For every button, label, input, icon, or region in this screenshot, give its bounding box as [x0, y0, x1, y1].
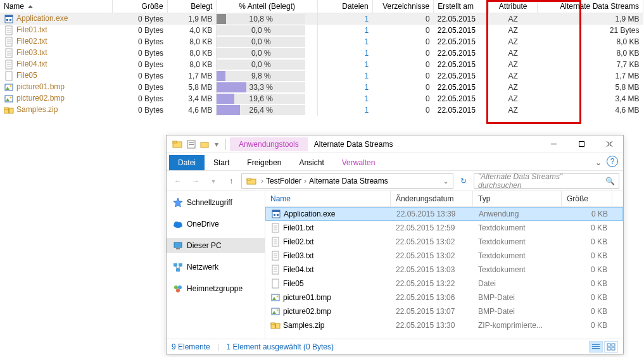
- table-row[interactable]: Application.exe0 Bytes1,9 MB10,8 %1022.0…: [0, 13, 643, 25]
- tab-file[interactable]: Datei: [169, 155, 205, 170]
- breadcrumb[interactable]: › TestFolder › Alternate Data Streams ⌄: [241, 173, 453, 189]
- cell-attr: AZ: [488, 47, 538, 59]
- col-dirs[interactable]: Verzeichnisse: [372, 0, 434, 13]
- cell-pct: 0,0 %: [217, 47, 318, 59]
- svg-rect-76: [272, 279, 279, 288]
- blank-icon: [270, 279, 281, 289]
- cell-attr: AZ: [488, 70, 538, 82]
- cell-pct: 33,3 %: [217, 82, 318, 93]
- cell-pct: 9,8 %: [217, 70, 318, 82]
- exe-icon: [271, 209, 281, 219]
- cell-dirs: 0: [372, 82, 434, 93]
- list-item[interactable]: picture01.bmp22.05.2015 13:06BMP-Datei0 …: [265, 291, 623, 304]
- cell-allocated: 1,7 MB: [167, 70, 217, 82]
- table-row[interactable]: File050 Bytes1,7 MB9,8 %1022.05.2015AZ1,…: [0, 70, 643, 82]
- txt-icon: [270, 237, 281, 247]
- maximize-button[interactable]: [567, 135, 595, 153]
- refresh-icon[interactable]: ↻: [456, 173, 471, 189]
- cell-ads: 7,7 KB: [538, 59, 643, 70]
- help-button[interactable]: ?: [607, 156, 618, 167]
- list-item[interactable]: File02.txt22.05.2015 13:02Textdokument0 …: [265, 235, 623, 249]
- svg-rect-29: [8, 108, 9, 113]
- list-item[interactable]: Samples.zip22.05.2015 13:30ZIP-komprimie…: [265, 318, 623, 332]
- txt-icon: [270, 251, 281, 261]
- table-row[interactable]: File04.txt0 Bytes8,0 KB0,0 %1022.05.2015…: [0, 59, 643, 70]
- table-row[interactable]: File01.txt0 Bytes4,0 KB0,0 %1022.05.2015…: [0, 25, 643, 36]
- bmp-icon: [270, 292, 281, 303]
- table-row[interactable]: File03.txt0 Bytes8,0 KB0,0 %1022.05.2015…: [0, 47, 643, 59]
- table-row[interactable]: File02.txt0 Bytes8,0 KB0,0 %1022.05.2015…: [0, 36, 643, 47]
- list-item[interactable]: File04.txt22.05.2015 13:03Textdokument0 …: [265, 263, 623, 277]
- list-item[interactable]: File03.txt22.05.2015 13:02Textdokument0 …: [265, 249, 623, 263]
- list-item[interactable]: File01.txt22.05.2015 12:59Textdokument0 …: [265, 221, 623, 235]
- svg-rect-91: [607, 348, 610, 350]
- col-name[interactable]: Name: [0, 0, 113, 13]
- qat-dropdown-icon[interactable]: ▾: [215, 140, 218, 149]
- star-icon: [173, 197, 183, 208]
- ribbon-expand-icon[interactable]: ⌄: [595, 158, 602, 167]
- cell-dirs: 0: [372, 59, 434, 70]
- cell-created: 22.05.2015: [434, 59, 489, 70]
- col-name[interactable]: Name: [265, 191, 391, 206]
- col-type[interactable]: Typ: [473, 191, 562, 206]
- table-row[interactable]: picture02.bmp0 Bytes3,4 MB19,6 %1022.05.…: [0, 93, 643, 104]
- file-size: 0 KB: [562, 223, 612, 232]
- view-details-icon[interactable]: [589, 341, 603, 353]
- svg-rect-41: [247, 178, 251, 180]
- tab-start[interactable]: Start: [205, 155, 238, 170]
- table-header: Name Größe Belegt % Anteil (Belegt) Date…: [0, 0, 643, 13]
- file-size: 0 KB: [562, 279, 612, 288]
- chevron-right-icon[interactable]: ›: [304, 177, 306, 185]
- file-size: 0 KB: [562, 307, 612, 316]
- newfolder-icon[interactable]: [200, 139, 210, 149]
- svg-rect-89: [607, 344, 610, 346]
- col-date[interactable]: Änderungsdatum: [391, 191, 473, 206]
- svg-rect-37: [579, 142, 584, 147]
- file-name: picture02.bmp: [283, 307, 331, 316]
- cell-allocated: 3,4 MB: [167, 93, 217, 104]
- close-button[interactable]: [595, 135, 623, 153]
- list-item[interactable]: File0522.05.2015 13:22Datei0 KB: [265, 277, 623, 291]
- tab-share[interactable]: Freigeben: [238, 155, 290, 170]
- col-allocated[interactable]: Belegt: [167, 0, 217, 13]
- properties-icon[interactable]: [186, 139, 196, 149]
- minimize-button[interactable]: [540, 135, 567, 153]
- col-files[interactable]: Dateien: [318, 0, 373, 13]
- list-item[interactable]: Application.exe22.05.2015 13:39Anwendung…: [265, 207, 623, 221]
- sidebar-network[interactable]: Netzwerk: [167, 260, 265, 275]
- tab-manage[interactable]: Verwalten: [333, 155, 384, 170]
- nav-recent-icon[interactable]: ▾: [206, 173, 221, 189]
- tab-view[interactable]: Ansicht: [290, 155, 332, 170]
- svg-rect-92: [612, 348, 615, 350]
- titlebar[interactable]: ▾ Anwendungstools Alternate Data Streams: [167, 135, 623, 153]
- chevron-down-icon[interactable]: ⌄: [443, 177, 449, 185]
- cell-pct: 26,4 %: [217, 104, 318, 116]
- nav-fwd-icon[interactable]: →: [188, 173, 203, 189]
- table-row[interactable]: picture01.bmp0 Bytes5,8 MB33,3 %1022.05.…: [0, 82, 643, 93]
- col-attr[interactable]: Attribute: [488, 0, 538, 13]
- search-input[interactable]: "Alternate Data Streams" durchsuchen 🔍: [474, 173, 619, 189]
- sidebar-homegroup[interactable]: Heimnetzgruppe: [167, 281, 265, 296]
- nav-up-icon[interactable]: ↑: [224, 173, 239, 189]
- col-size[interactable]: Größe: [113, 0, 168, 13]
- col-ads[interactable]: Alternate Data Streams: [538, 0, 643, 13]
- breadcrumb-item[interactable]: Alternate Data Streams: [309, 177, 388, 185]
- nav-back-icon[interactable]: ←: [170, 173, 186, 189]
- cell-attr: AZ: [488, 59, 538, 70]
- cloud-icon: [173, 219, 183, 229]
- sidebar-quickaccess[interactable]: Schnellzugriff: [167, 195, 265, 210]
- txt-icon: [4, 48, 14, 58]
- cell-created: 22.05.2015: [434, 70, 489, 82]
- list-item[interactable]: picture02.bmp22.05.2015 13:07BMP-Datei0 …: [265, 304, 623, 318]
- sidebar-onedrive[interactable]: OneDrive: [167, 216, 265, 232]
- view-large-icon[interactable]: [604, 341, 618, 353]
- col-size[interactable]: Größe: [562, 191, 612, 206]
- breadcrumb-item[interactable]: TestFolder: [266, 177, 301, 185]
- search-icon[interactable]: 🔍: [605, 177, 615, 185]
- col-pct[interactable]: % Anteil (Belegt): [217, 0, 318, 13]
- sidebar-thispc[interactable]: Dieser PC: [167, 238, 265, 253]
- col-created[interactable]: Erstellt am: [434, 0, 489, 13]
- chevron-right-icon[interactable]: ›: [261, 177, 263, 185]
- svg-rect-33: [189, 142, 194, 143]
- table-row[interactable]: Samples.zip0 Bytes4,6 MB26,4 %1022.05.20…: [0, 104, 643, 116]
